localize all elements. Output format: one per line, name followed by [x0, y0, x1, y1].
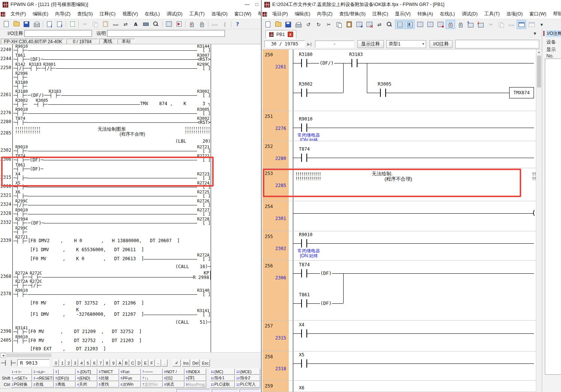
- ladder-row[interactable]: 2306T874─┤ ├─ ─(DF)─R2722[ ]: [0, 154, 211, 163]
- keypad-key[interactable]: 2: [66, 359, 72, 366]
- ladder-element[interactable]: R142─┤/├─: [14, 62, 27, 71]
- insert-row-button[interactable]: [354, 20, 364, 29]
- open-button[interactable]: [12, 20, 21, 29]
- keypad-key[interactable]: 9: [110, 359, 116, 366]
- tab-pb1[interactable]: PB1 x: [265, 30, 296, 39]
- no-contact-symbol[interactable]: [299, 269, 310, 277]
- keypad-key[interactable]: .: [161, 359, 167, 366]
- menu-item[interactable]: 在线(L): [141, 11, 163, 17]
- ladder-row[interactable]: 2405R9010─┤ ├─[F0 MV , DT 32752 , DT 212…: [0, 335, 211, 344]
- offline-button[interactable]: [197, 20, 207, 29]
- save-button[interactable]: [284, 20, 293, 29]
- ladder-element[interactable]: R3141─┤ ├─: [14, 326, 28, 334]
- ladder-row[interactable]: (LBL 20): [0, 137, 211, 145]
- ladder-row[interactable]: 2280T874─┤ ├─R3002<RST>: [0, 116, 211, 125]
- comment-list-button[interactable]: [405, 20, 415, 29]
- rung-content[interactable]: R3180(DF/)R3183R3002R3005TMX874: [290, 50, 536, 111]
- panel-item[interactable]: 显示: [546, 47, 556, 53]
- jump-button[interactable]: [121, 20, 130, 29]
- ladder-row[interactable]: 2332R2994─┤ ├─ ─(DF)─R2728[ ]: [0, 217, 211, 226]
- menu-item[interactable]: 选项(O): [208, 11, 231, 17]
- rung[interactable]: 2522280T874: [262, 141, 536, 168]
- ladder-element[interactable]: R299C─┤ ├─: [14, 226, 28, 234]
- rung[interactable]: 2572315X4: [262, 321, 536, 351]
- scroll-up-arrow[interactable]: ▲: [536, 50, 542, 55]
- menu-item[interactable]: 转换(A): [414, 11, 436, 17]
- keypad-key[interactable]: 7: [98, 359, 104, 366]
- menu-item[interactable]: 注释(C): [369, 11, 391, 17]
- no-contact-symbol[interactable]: [299, 89, 310, 97]
- right-ladder-area[interactable]: 2502261R3180(DF/)R3183R3002R3005TMX87425…: [262, 50, 536, 392]
- no-contact-symbol[interactable]: [377, 89, 389, 97]
- find-button[interactable]: [385, 20, 394, 29]
- ladder-element[interactable]: ─(DF)─: [27, 154, 43, 162]
- function-key[interactable]: 1⊣ ⊢: [11, 369, 32, 375]
- rung-content[interactable]: R9010常闭继电器 [ON:始终: [290, 231, 536, 260]
- new-button[interactable]: [263, 20, 273, 29]
- ladder-element[interactable]: R272C─┤/├─: [28, 279, 42, 288]
- ladder-row[interactable]: 2315X4─┤ ├─R2723[ ]: [0, 172, 211, 181]
- ladder-element[interactable]: R272C─┤ ├─: [28, 271, 42, 279]
- menu-item[interactable]: 选项(O): [503, 11, 526, 17]
- ladder-element[interactable]: R9010─┤ ├─: [14, 208, 28, 216]
- text-entry-button[interactable]: [131, 20, 140, 29]
- function-key[interactable]: 9[字]: [185, 375, 206, 381]
- ladder-row[interactable]: 2244T861─┤ ├─ ─(DF)─R3007<RST>: [0, 53, 211, 62]
- rung-content[interactable]: T874(DF)T861(DF): [290, 261, 536, 320]
- cut-button[interactable]: [324, 20, 333, 29]
- scroll-thumb[interactable]: [6, 353, 51, 357]
- convert-button[interactable]: [436, 20, 445, 29]
- ladder-element[interactable]: R272A─┤ ├─: [14, 279, 28, 288]
- function-key[interactable]: 7───: [142, 369, 163, 375]
- function-key[interactable]: 5比较: [98, 375, 119, 381]
- run-mode-button[interactable]: [210, 20, 219, 29]
- menu-item[interactable]: 向导(Z): [314, 11, 336, 17]
- panel-item[interactable]: 设备: [546, 39, 556, 45]
- ladder-row[interactable]: R272A─┤ ├─R272C─┤/├─: [0, 280, 211, 288]
- menu-item[interactable]: 视图(V): [119, 11, 142, 17]
- ladder-row[interactable]: (CALL 51)─: [0, 318, 211, 326]
- ladder-element[interactable]: R3005─┤ ├─: [34, 98, 48, 107]
- pc-download-button[interactable]: [476, 20, 486, 29]
- left-ladder-area[interactable]: 2240R9010─┤ ├─R3144[ ]2244T861─┤ ├─ ─(DF…: [0, 44, 261, 353]
- keypad-key[interactable]: 8: [104, 359, 110, 366]
- ladder-element[interactable]: ─(DF)─: [27, 163, 43, 171]
- ladder-element[interactable]: T861─┤ ├─: [14, 53, 27, 62]
- function-key[interactable]: 9Run/Prog: [185, 381, 206, 387]
- ladder-element[interactable]: X5─┤ ├─: [14, 181, 27, 189]
- keypad-key[interactable]: F: [149, 359, 155, 366]
- comment-edit-input[interactable]: [455, 40, 539, 48]
- ladder-row[interactable]: 2318X5─┤ ├─R2724[ ]: [0, 181, 211, 190]
- function-key[interactable]: 9INDEX: [185, 369, 206, 375]
- toolbar-more-button[interactable]: ▾: [537, 20, 546, 29]
- rung[interactable]: 2512276R9010常闭继电器 [ON:始终: [262, 111, 536, 141]
- help-button[interactable]: [233, 20, 242, 29]
- keypad-key[interactable]: 6: [91, 359, 97, 366]
- ladder-element[interactable]: T874─┤ ├─: [14, 116, 27, 125]
- keypad-key[interactable]: A: [117, 359, 123, 366]
- rung-content[interactable]: X5: [290, 351, 536, 380]
- panel-header[interactable]: I/O注释: [546, 30, 561, 37]
- function-key[interactable]: 4-[OUT]: [76, 369, 97, 375]
- ladder-element[interactable]: R2721─┤ ├─: [14, 235, 28, 243]
- menu-item[interactable]: 编辑(E): [291, 11, 314, 17]
- function-key[interactable]: 11指令1: [210, 375, 235, 381]
- ladder-row[interactable]: 2250R142─┤/├─R3183─┤ ├─R3001─┤/├─R299C[ …: [0, 62, 211, 71]
- ladder-row[interactable]: 2276R9010─┤ ├─R3005[ ]: [0, 107, 211, 116]
- function-key[interactable]: 8状态: [163, 381, 184, 387]
- menu-item[interactable]: 项目(P): [269, 11, 291, 17]
- ladder-row[interactable]: 2261R3180─┤ ├─ ─(DF/)─R3183─┤ ├─R3002[ ]: [0, 89, 211, 98]
- panel-list-box[interactable]: [545, 59, 561, 375]
- function-key[interactable]: 8NOT /: [163, 369, 184, 375]
- menu-item[interactable]: 显示(V): [392, 11, 414, 17]
- function-key[interactable]: 1-<SET>: [11, 375, 32, 381]
- rung[interactable]: 259X6: [262, 381, 536, 392]
- ladder-element[interactable]: T874─┤ ├─: [14, 154, 27, 162]
- run-mode-button[interactable]: [507, 20, 516, 29]
- function-key[interactable]: 2在线: [33, 381, 54, 387]
- ladder-element[interactable]: R9010─┤ ├─: [14, 145, 28, 153]
- keypad-key[interactable]: 0: [53, 359, 59, 366]
- maximize-button[interactable]: □: [253, 0, 261, 9]
- open-button[interactable]: [273, 20, 283, 29]
- io-comment-input[interactable]: [24, 30, 92, 37]
